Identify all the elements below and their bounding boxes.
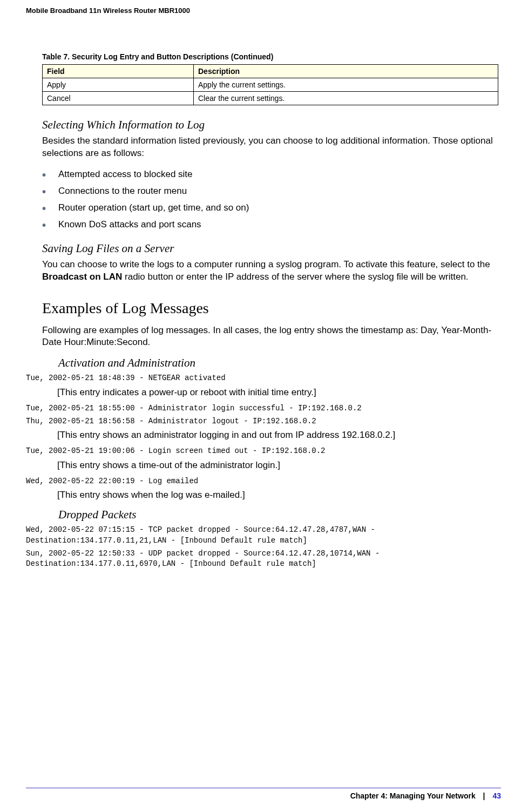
- body-text: Besides the standard information listed …: [42, 135, 501, 160]
- bullet-list: Attempted access to blocked site Connect…: [42, 166, 501, 233]
- log-entry: Sun, 2002-05-22 12:50:33 - UDP packet dr…: [26, 549, 501, 570]
- bold-text: Broadcast on LAN: [42, 272, 122, 282]
- list-item: Attempted access to blocked site: [42, 166, 501, 183]
- table-header-description: Description: [194, 65, 498, 78]
- list-item: Connections to the router menu: [42, 183, 501, 200]
- log-explanation: [This entry shows when the log was e-mai…: [57, 490, 501, 500]
- body-text: You can choose to write the logs to a co…: [42, 259, 501, 283]
- footer-page-number: 43: [492, 791, 501, 800]
- footer-chapter: Chapter 4: Managing Your Network: [350, 791, 476, 800]
- heading-dropped-packets: Dropped Packets: [58, 508, 501, 522]
- list-item: Known DoS attacks and port scans: [42, 216, 501, 233]
- list-item: Router operation (start up, get time, an…: [42, 200, 501, 216]
- log-explanation: [This entry indicates a power-up or rebo…: [57, 387, 501, 398]
- log-entry: Tue, 2002-05-21 18:55:00 - Administrator…: [26, 403, 501, 414]
- table-caption: Table 7. Security Log Entry and Button D…: [42, 52, 501, 61]
- text-fragment: radio button or enter the IP address of …: [122, 272, 468, 282]
- log-entry: Thu, 2002-05-21 18:56:58 - Administrator…: [26, 416, 501, 427]
- heading-examples: Examples of Log Messages: [42, 300, 501, 317]
- table-header-row: Field Description: [43, 65, 498, 78]
- table-cell-desc: Clear the current settings.: [194, 92, 498, 105]
- table-cell-field: Cancel: [43, 92, 194, 105]
- page-footer: Chapter 4: Managing Your Network | 43: [26, 788, 501, 800]
- footer-separator: |: [483, 791, 485, 800]
- log-entry: Wed, 2002-05-22 07:15:15 - TCP packet dr…: [26, 525, 501, 546]
- heading-saving-logs: Saving Log Files on a Server: [42, 242, 501, 255]
- heading-selecting-info: Selecting Which Information to Log: [42, 118, 501, 132]
- table-row: Cancel Clear the current settings.: [43, 92, 498, 105]
- heading-activation: Activation and Administration: [58, 356, 501, 370]
- table-cell-field: Apply: [43, 78, 194, 92]
- log-entry: Wed, 2002-05-22 22:00:19 - Log emailed: [26, 476, 501, 487]
- log-explanation: [This entry shows a time-out of the admi…: [57, 460, 501, 471]
- body-text: Following are examples of log messages. …: [42, 324, 501, 349]
- text-fragment: You can choose to write the logs to a co…: [42, 259, 490, 269]
- log-explanation: [This entry shows an administrator loggi…: [57, 430, 501, 441]
- table-cell-desc: Apply the current settings.: [194, 78, 498, 92]
- page-header: Mobile Broadband 11n Wireless Router MBR…: [26, 6, 501, 15]
- log-entry: Tue, 2002-05-21 19:00:06 - Login screen …: [26, 446, 501, 457]
- log-entry: Tue, 2002-05-21 18:48:39 - NETGEAR activ…: [26, 373, 501, 384]
- security-table: Field Description Apply Apply the curren…: [42, 64, 498, 105]
- table-row: Apply Apply the current settings.: [43, 78, 498, 92]
- table-header-field: Field: [43, 65, 194, 78]
